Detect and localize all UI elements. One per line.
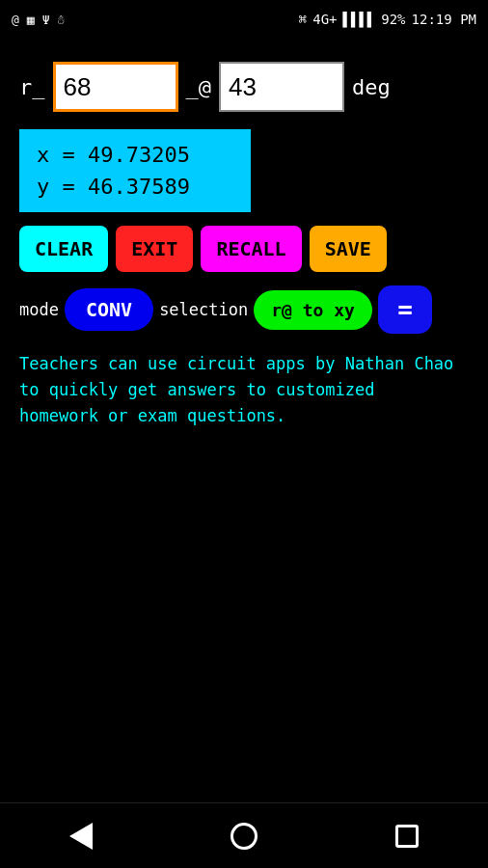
input-row: r_ _@ deg: [19, 62, 469, 112]
status-left-icons: @ ▦ Ψ ☃: [12, 13, 65, 27]
exit-button[interactable]: EXIT: [116, 226, 193, 272]
usb-icon: Ψ: [42, 13, 50, 27]
info-text: Teachers can use circuit apps by Nathan …: [19, 351, 463, 430]
selection-label: selection: [159, 300, 248, 319]
r-to-xy-button[interactable]: r@ to xy: [254, 290, 372, 330]
battery-level: 92%: [381, 12, 405, 27]
mode-label: mode: [19, 300, 59, 319]
home-button[interactable]: [230, 823, 258, 850]
prefix-label: r_: [19, 75, 45, 99]
wifi-icon: ⌘: [299, 12, 307, 27]
at-icon: @: [12, 13, 19, 27]
image-icon: ▦: [27, 13, 35, 27]
equals-button[interactable]: =: [378, 285, 432, 334]
action-buttons-row: CLEAR EXIT RECALL SAVE: [19, 226, 469, 272]
recall-button[interactable]: RECALL: [201, 226, 301, 272]
android-icon: ☃: [57, 13, 65, 27]
at-label: _@: [186, 75, 212, 99]
clear-button[interactable]: CLEAR: [19, 226, 108, 272]
status-bar: @ ▦ Ψ ☃ ⌘ 4G+ ▌▌▌▌ 92% 12:19 PM: [0, 0, 488, 39]
save-button[interactable]: SAVE: [310, 226, 387, 272]
app-content: r_ _@ deg x = 49.73205 y = 46.37589 CLEA…: [0, 39, 488, 440]
angle-value-input[interactable]: [219, 62, 344, 112]
conv-mode-button[interactable]: CONV: [65, 288, 153, 331]
result-y: y = 46.37589: [37, 171, 233, 203]
unit-label: deg: [352, 75, 391, 99]
recents-button[interactable]: [395, 825, 419, 848]
nav-bar: [0, 802, 488, 868]
signal-bars: ▌▌▌▌: [343, 12, 376, 27]
r-value-input[interactable]: [53, 62, 178, 112]
time-display: 12:19 PM: [412, 12, 476, 27]
status-right-info: ⌘ 4G+ ▌▌▌▌ 92% 12:19 PM: [299, 12, 476, 27]
result-display: x = 49.73205 y = 46.37589: [19, 129, 251, 212]
back-button[interactable]: [69, 823, 93, 850]
network-badge: 4G+: [312, 12, 337, 27]
result-x: x = 49.73205: [37, 139, 233, 171]
mode-row: mode CONV selection r@ to xy =: [19, 285, 469, 334]
